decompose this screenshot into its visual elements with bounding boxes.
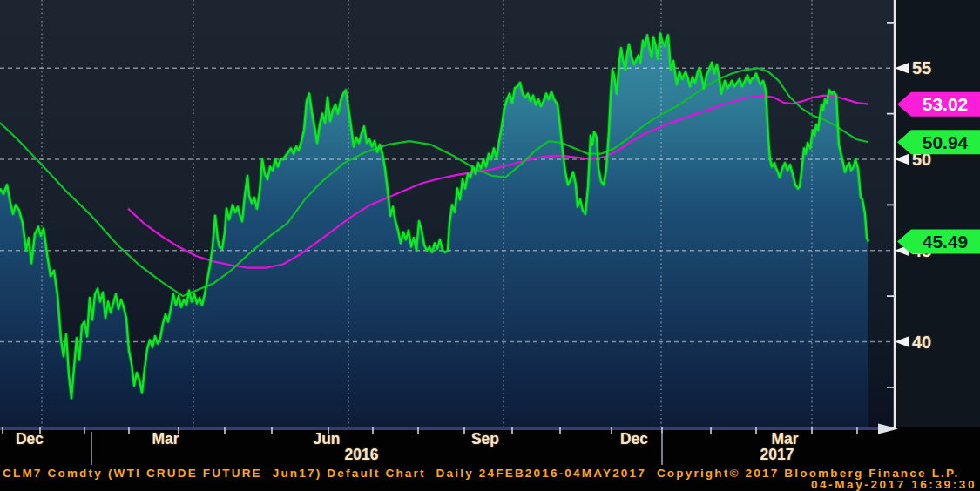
month-label: Mar [771, 430, 798, 447]
price-badge-value: 53.02 [923, 94, 969, 114]
timestamp: 04-May-2017 16:39:30 [811, 478, 977, 491]
y-axis-arrow-icon [895, 63, 909, 74]
y-axis-arrow-icon [895, 154, 909, 165]
ma-green-value-badge: 50.94 [897, 130, 980, 154]
month-label: Dec [620, 430, 648, 447]
y-axis-line [894, 0, 896, 429]
last-price-badge: 45.49 [897, 229, 980, 253]
y-tick-label: 55 [912, 58, 931, 77]
bloomberg-chart-window: 55504540DecMarJunSepDecMar2016201753.025… [0, 0, 980, 491]
y-axis-arrow-icon [895, 336, 909, 347]
month-label: Jun [313, 430, 340, 447]
price-badge-value: 50.94 [923, 132, 969, 152]
month-label: Dec [16, 430, 44, 447]
month-label: Sep [471, 430, 499, 447]
year-label: 2017 [760, 446, 794, 463]
chart-plot-area[interactable]: 55504540DecMarJunSepDecMar2016201753.025… [0, 0, 980, 491]
month-label: Mar [152, 430, 179, 447]
price-badge-value: 45.49 [923, 232, 969, 252]
ma-magenta-value-badge: 53.02 [897, 92, 980, 117]
year-label: 2016 [345, 446, 379, 463]
y-tick-label: 40 [912, 333, 931, 352]
